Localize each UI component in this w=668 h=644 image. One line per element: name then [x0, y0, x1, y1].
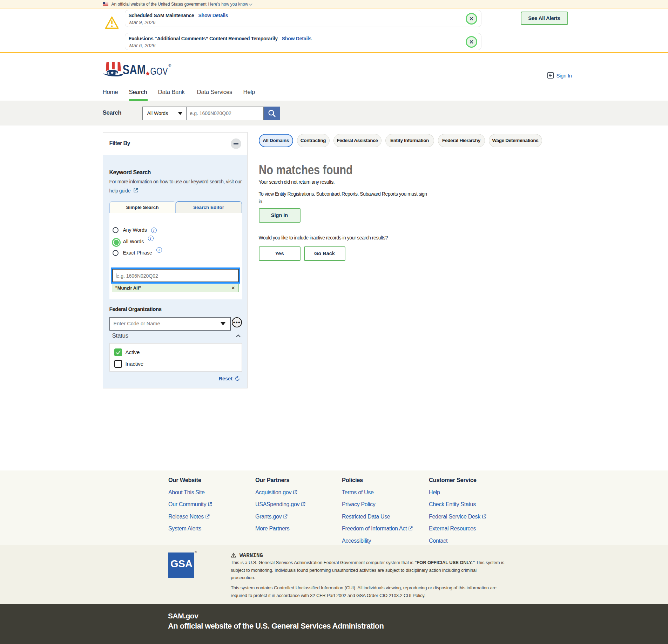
svg-text:GOV: GOV	[150, 66, 168, 77]
svg-text:®: ®	[168, 63, 171, 67]
svg-text:SAM: SAM	[122, 62, 146, 77]
